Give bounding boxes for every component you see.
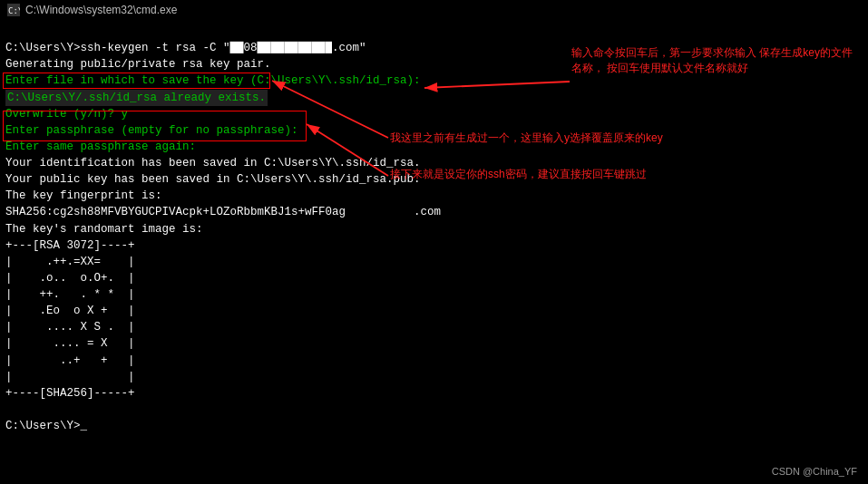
window-title: C:\Windows\system32\cmd.exe — [25, 4, 177, 16]
svg-text:C:\: C:\ — [8, 6, 20, 15]
highlight-box-passphrase — [3, 111, 307, 141]
annotation-3: 接下来就是设定你的ssh密码，建议直接按回车键跳过 — [390, 167, 647, 182]
cmd-window: C:\ C:\Windows\system32\cmd.exe C:\Users… — [0, 0, 868, 484]
annotation-2: 我这里之前有生成过一个，这里输入y选择覆盖原来的key — [390, 131, 663, 146]
cmd-icon: C:\ — [7, 4, 20, 16]
highlight-box-exists — [3, 73, 270, 89]
annotation-1: 输入命令按回车后，第一步要求你输入 保存生成key的文件名称， 按回车使用默认文… — [571, 45, 853, 76]
csdn-watermark: CSDN @China_YF — [772, 466, 857, 477]
terminal-area[interactable]: C:\Users\Y>ssh-keygen -t rsa -C "██08███… — [0, 20, 868, 484]
title-bar: C:\ C:\Windows\system32\cmd.exe — [0, 0, 868, 20]
